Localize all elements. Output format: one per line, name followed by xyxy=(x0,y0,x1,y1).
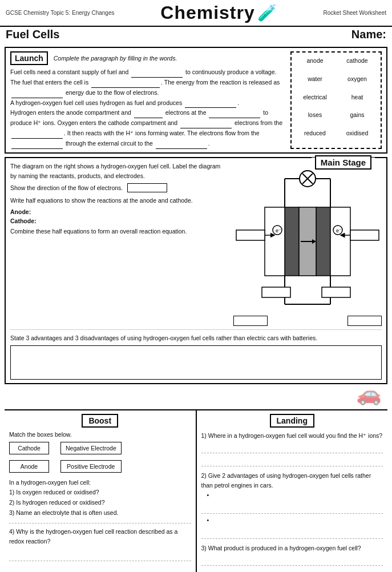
subtitle-fuel-cells: Fuel Cells xyxy=(6,28,59,41)
boost-q1: In a hydrogen-oxygen fuel cell: xyxy=(9,478,191,488)
launch-section: Launch Complete the paragraph by filling… xyxy=(5,47,387,154)
blank-9[interactable] xyxy=(11,148,63,149)
blank-1[interactable] xyxy=(131,77,183,78)
svg-rect-20 xyxy=(236,230,265,240)
word-heat: heat xyxy=(338,91,376,110)
landing-section: Landing 1) Where in a hydrogen-oxygen fu… xyxy=(197,410,388,572)
fuel-cell-diagram: e⁻ e⁻ xyxy=(233,162,382,321)
word-water: water xyxy=(296,73,334,91)
svg-text:e⁻: e⁻ xyxy=(336,228,342,233)
cathode-label: Cathode: xyxy=(10,217,37,224)
negative-electrode-box[interactable]: Negative Electrode xyxy=(60,442,122,454)
svg-rect-12 xyxy=(265,207,285,276)
svg-text:e⁻: e⁻ xyxy=(276,228,281,233)
blank-5[interactable] xyxy=(134,118,163,118)
name-label: Name: xyxy=(351,28,386,41)
header-top-left: GCSE Chemistry Topic 5: Energy Changes xyxy=(6,10,114,16)
svg-rect-9 xyxy=(285,207,299,276)
subtitle-row: Fuel Cells Name: xyxy=(0,27,392,43)
svg-rect-21 xyxy=(350,230,379,240)
svg-rect-10 xyxy=(316,207,330,276)
landing-q2-bullet2: • xyxy=(207,515,383,525)
worksheet-page: { "header": { "top_left": "GCSE Chemistr… xyxy=(0,0,392,572)
landing-q1-answer2[interactable] xyxy=(201,455,383,466)
match-instruction: Match the boxes below. xyxy=(9,431,191,438)
word-electrical: electrical xyxy=(296,91,334,110)
advantages-section: State 3 advantages and 3 disadvantages o… xyxy=(10,329,382,380)
word-cathode: cathode xyxy=(338,55,376,73)
car-decoration: 🚗 xyxy=(5,382,382,406)
boost-q1b: 2) Is hydrogen reduced or oxidised? xyxy=(9,498,191,508)
main-stage-left: The diagram on the right shows a hydroge… xyxy=(10,162,228,326)
header: GCSE Chemistry Topic 5: Energy Changes C… xyxy=(0,0,392,27)
launch-header: Launch Complete the paragraph by filling… xyxy=(10,51,286,65)
launch-instruction: Complete the paragraph by filling in the… xyxy=(54,55,177,62)
boost-q4: 4) Why is the hydrogen-oxygen fuel cell … xyxy=(9,523,191,572)
ms-para1: The diagram on the right shows a hydroge… xyxy=(10,162,228,181)
main-stage-section: Main Stage The diagram on the right show… xyxy=(5,157,387,384)
anode-box[interactable]: Anode xyxy=(9,460,49,473)
svg-rect-13 xyxy=(330,207,350,276)
advantages-text: State 3 advantages and 3 disadvantages o… xyxy=(10,333,382,343)
launch-left: Launch Complete the paragraph by filling… xyxy=(10,51,286,149)
svg-rect-22 xyxy=(262,287,290,297)
blank-8[interactable] xyxy=(11,138,63,139)
launch-label: Launch xyxy=(10,51,48,65)
boost-questions: In a hydrogen-oxygen fuel cell: 1) Is ox… xyxy=(9,478,191,518)
blank-6[interactable] xyxy=(209,118,260,118)
word-gains: gains xyxy=(338,109,376,127)
blank-10[interactable] xyxy=(156,148,207,149)
landing-q2-line2[interactable] xyxy=(201,527,383,539)
landing-q3-answer2[interactable] xyxy=(201,567,383,572)
blank-2[interactable] xyxy=(91,87,160,88)
cathode-box[interactable]: Cathode xyxy=(9,442,49,454)
landing-q3: 3) What product is produced in a hydroge… xyxy=(201,543,383,572)
anode-label: Anode: xyxy=(10,208,31,215)
boost-label: Boost xyxy=(82,414,118,428)
flow-answer-input[interactable] xyxy=(127,183,167,192)
word-oxidised: oxidised xyxy=(338,127,376,146)
landing-q3-answer[interactable] xyxy=(201,554,383,566)
word-reduced: reduced xyxy=(296,127,334,146)
landing-q2-bullet1: • xyxy=(207,490,383,500)
match-left-col: Cathode Anode xyxy=(9,440,51,474)
word-bank: anode cathode water oxygen electrical he… xyxy=(290,51,382,149)
word-loses: loses xyxy=(296,109,334,127)
flask-icon: 🧪 xyxy=(257,3,277,22)
boost-q1c: 3) Name an electrolyte that is often use… xyxy=(9,508,191,518)
boost-section: Boost Match the boxes below. Cathode Ano… xyxy=(5,410,197,572)
launch-text: Fuel cells need a constant supply of fue… xyxy=(10,67,286,149)
ms-para3: Write half equations to show the reactio… xyxy=(10,196,228,206)
header-top-right: Rocket Sheet Worksheet xyxy=(324,10,386,16)
boost-q1a: 1) Is oxygen reduced or oxidised? xyxy=(9,488,191,498)
landing-q1-answer[interactable] xyxy=(201,442,383,453)
combine-text: Combine these half equations to form an … xyxy=(10,227,228,236)
svg-rect-23 xyxy=(322,287,350,297)
landing-q2-line1[interactable] xyxy=(201,502,383,514)
word-anode: anode xyxy=(296,55,334,73)
advantages-answer-area[interactable] xyxy=(10,345,382,380)
landing-q1: 1) Where in a hydrogen-oxygen fuel cell … xyxy=(201,431,383,467)
main-stage-content: The diagram on the right shows a hydroge… xyxy=(10,162,382,326)
ms-para2: Show the direction of the flow of electr… xyxy=(10,184,123,191)
main-content: Launch Complete the paragraph by filling… xyxy=(0,43,392,572)
landing-label: Landing xyxy=(270,414,314,428)
blank-7[interactable] xyxy=(180,128,232,128)
main-stage-right: e⁻ e⁻ xyxy=(233,162,382,326)
positive-electrode-box[interactable]: Positive Electrode xyxy=(60,460,122,473)
boost-q4-text: 4) Why is the hydrogen-oxygen fuel cell … xyxy=(9,527,191,546)
fuel-cell-svg: e⁻ e⁻ xyxy=(233,162,382,321)
bottom-section: Boost Match the boxes below. Cathode Ano… xyxy=(5,409,387,572)
header-center: Chemistry 🧪 xyxy=(160,2,277,23)
word-oxygen: oxygen xyxy=(338,73,376,91)
match-right-col: Negative Electrode Positive Electrode xyxy=(60,440,124,474)
landing-q2: 2) Give 2 advantages of using hydrogen-o… xyxy=(201,471,383,538)
header-title: Chemistry xyxy=(160,2,255,23)
